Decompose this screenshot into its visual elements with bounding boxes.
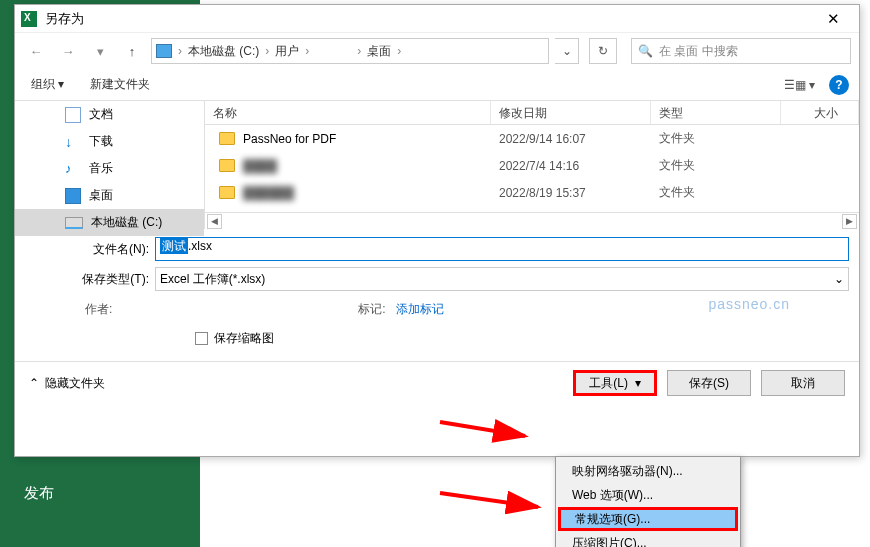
organize-button[interactable]: 组织 ▾	[25, 72, 70, 97]
save-as-dialog: 另存为 ✕ ← → ▾ ↑ › 本地磁盘 (C:) › 用户 › › 桌面 › …	[14, 4, 860, 457]
breadcrumb-item[interactable]: 本地磁盘 (C:)	[188, 43, 259, 60]
annotation-arrow-icon	[440, 485, 550, 518]
tools-dropdown-menu: 映射网络驱动器(N)... Web 选项(W)... 常规选项(G)... 压缩…	[555, 456, 741, 547]
menu-web-options[interactable]: Web 选项(W)...	[558, 483, 738, 507]
hide-folders-link[interactable]: ⌃隐藏文件夹	[29, 375, 563, 392]
tags-label: 标记:	[358, 302, 385, 316]
search-input[interactable]: 🔍 在 桌面 中搜索	[631, 38, 851, 64]
breadcrumb[interactable]: › 本地磁盘 (C:) › 用户 › › 桌面 ›	[151, 38, 549, 64]
svg-line-1	[440, 493, 538, 507]
up-button[interactable]: ↑	[119, 38, 145, 64]
menu-compress-pictures[interactable]: 压缩图片(C)...	[558, 531, 738, 547]
thumbnail-label: 保存缩略图	[214, 330, 274, 347]
thumbnail-checkbox[interactable]	[195, 332, 208, 345]
filename-input[interactable]: 测试.xlsx	[155, 237, 849, 261]
forward-button[interactable]: →	[55, 38, 81, 64]
cancel-button[interactable]: 取消	[761, 370, 845, 396]
path-dropdown[interactable]: ⌄	[555, 38, 579, 64]
filetype-select[interactable]: Excel 工作簿(*.xlsx)⌄	[155, 267, 849, 291]
dialog-title: 另存为	[45, 10, 813, 28]
new-folder-button[interactable]: 新建文件夹	[84, 72, 156, 97]
bg-publish[interactable]: 发布	[0, 470, 200, 517]
file-row[interactable]: ████ 2022/7/4 14:16 文件夹	[205, 152, 859, 179]
tree-item-documents[interactable]: 文档	[15, 101, 204, 128]
folder-icon	[219, 159, 235, 172]
menu-map-network-drive[interactable]: 映射网络驱动器(N)...	[558, 459, 738, 483]
close-button[interactable]: ✕	[813, 6, 853, 32]
search-icon: 🔍	[638, 44, 653, 58]
filetype-label: 保存类型(T):	[25, 271, 155, 288]
file-row[interactable]: ██████ 2022/8/19 15:37 文件夹	[205, 179, 859, 206]
view-button[interactable]: ☰▦ ▾	[784, 78, 815, 92]
author-label: 作者:	[85, 302, 112, 316]
refresh-button[interactable]: ↻	[589, 38, 617, 64]
save-button[interactable]: 保存(S)	[667, 370, 751, 396]
column-date[interactable]: 修改日期	[491, 101, 651, 124]
tree-item-local-disk-c[interactable]: 本地磁盘 (C:)	[15, 209, 204, 236]
tree-item-desktop[interactable]: 桌面	[15, 182, 204, 209]
breadcrumb-item[interactable]	[315, 43, 351, 60]
column-name[interactable]: 名称	[205, 101, 491, 124]
help-button[interactable]: ?	[829, 75, 849, 95]
tree-item-downloads[interactable]: ↓下载	[15, 128, 204, 155]
column-size[interactable]: 大小	[781, 101, 859, 124]
excel-icon	[21, 11, 37, 27]
breadcrumb-item[interactable]: 桌面	[367, 43, 391, 60]
disk-icon	[156, 44, 172, 58]
folder-icon	[219, 186, 235, 199]
add-tags-link[interactable]: 添加标记	[396, 302, 444, 316]
breadcrumb-item[interactable]: 用户	[275, 43, 299, 60]
horizontal-scrollbar[interactable]: ◀▶	[205, 212, 859, 229]
file-row[interactable]: PassNeo for PDF 2022/9/14 16:07 文件夹	[205, 125, 859, 152]
filename-label: 文件名(N):	[25, 241, 155, 258]
back-button[interactable]: ←	[23, 38, 49, 64]
folder-tree: 文档 ↓下载 ♪音乐 桌面 本地磁盘 (C:)	[15, 101, 205, 229]
tools-button[interactable]: 工具(L) ▾	[573, 370, 657, 396]
menu-general-options[interactable]: 常规选项(G)...	[558, 507, 738, 531]
history-dropdown[interactable]: ▾	[87, 38, 113, 64]
tree-item-music[interactable]: ♪音乐	[15, 155, 204, 182]
column-type[interactable]: 类型	[651, 101, 781, 124]
folder-icon	[219, 132, 235, 145]
